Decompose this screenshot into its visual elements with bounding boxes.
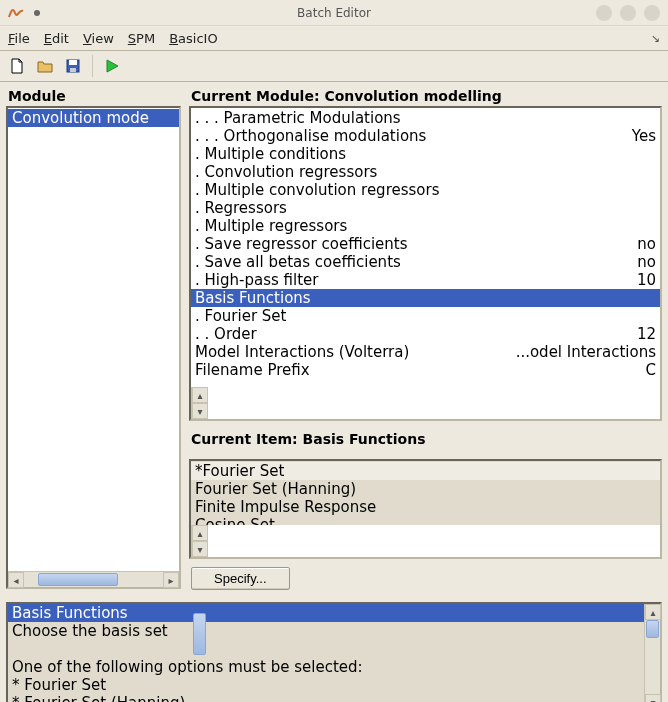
run-icon[interactable]	[101, 55, 123, 77]
params-row[interactable]: . . . Orthogonalise modulationsYes	[191, 127, 660, 145]
params-row-value	[648, 145, 656, 163]
help-title: Basis Functions	[8, 604, 644, 622]
modified-dot-icon	[34, 10, 40, 16]
title-bar: Batch Editor	[0, 0, 668, 26]
params-row-label: . Convolution regressors	[195, 163, 648, 181]
menu-basicio[interactable]: BasicIO	[169, 31, 218, 46]
params-row-value	[648, 199, 656, 217]
scroll-right-icon[interactable]: ▸	[163, 572, 179, 588]
params-row[interactable]: . Multiple conditions	[191, 145, 660, 163]
params-row-label: . Multiple conditions	[195, 145, 648, 163]
params-row-label: . Regressors	[195, 199, 648, 217]
params-row[interactable]: . Convolution regressors	[191, 163, 660, 181]
params-row-label: . Multiple regressors	[195, 217, 648, 235]
scroll-up-icon[interactable]: ▴	[192, 387, 208, 403]
params-row-label: . Fourier Set	[195, 307, 648, 325]
params-row[interactable]: . Save regressor coefficientsno	[191, 235, 660, 253]
help-line	[12, 640, 640, 658]
curitem-listbox[interactable]: *Fourier SetFourier Set (Hanning)Finite …	[189, 459, 662, 559]
curitem-panel-label: Current Item: Basis Functions	[189, 429, 662, 449]
params-row-value: ...odel Interactions	[508, 343, 656, 361]
params-row-label: . . . Orthogonalise modulations	[195, 127, 624, 145]
params-row-value: 10	[629, 271, 656, 289]
params-row-value	[648, 163, 656, 181]
open-file-icon[interactable]	[34, 55, 56, 77]
params-row[interactable]: Filename PrefixC	[191, 361, 660, 379]
scroll-down-icon[interactable]: ▾	[645, 694, 661, 702]
module-hscrollbar[interactable]: ◂ ▸	[8, 571, 179, 587]
maximize-button[interactable]	[620, 5, 636, 21]
help-line: One of the following options must be sel…	[12, 658, 640, 676]
params-row-label: . High-pass filter	[195, 271, 629, 289]
params-row-value	[648, 307, 656, 325]
specify-button[interactable]: Specify...	[191, 567, 290, 590]
params-row[interactable]: . . Order12	[191, 325, 660, 343]
window-buttons	[596, 5, 660, 21]
params-row-value: 12	[629, 325, 656, 343]
params-vscrollbar[interactable]: ▴ ▾	[191, 387, 207, 419]
params-row[interactable]: . Fourier Set	[191, 307, 660, 325]
close-button[interactable]	[644, 5, 660, 21]
params-row[interactable]: . Regressors	[191, 199, 660, 217]
curitem-vscrollbar[interactable]: ▴ ▾	[191, 525, 207, 557]
module-listbox[interactable]: Convolution mode ◂ ▸	[6, 106, 181, 589]
params-row[interactable]: . High-pass filter10	[191, 271, 660, 289]
params-row[interactable]: Model Interactions (Volterra)...odel Int…	[191, 343, 660, 361]
new-file-icon[interactable]	[6, 55, 28, 77]
params-listbox[interactable]: . . . Parametric Modulations. . . Orthog…	[189, 106, 662, 421]
svg-rect-1	[69, 60, 77, 65]
module-panel-label: Module	[6, 86, 181, 106]
scroll-up-icon[interactable]: ▴	[645, 604, 661, 620]
help-vscrollbar[interactable]: ▴ ▾	[644, 604, 660, 702]
params-row-value: Yes	[624, 127, 656, 145]
menu-edit[interactable]: Edit	[44, 31, 69, 46]
params-row-label: . . . Parametric Modulations	[195, 109, 648, 127]
help-line: Choose the basis set	[12, 622, 640, 640]
params-row-value	[648, 289, 656, 307]
app-icon	[8, 5, 24, 21]
scroll-up-icon[interactable]: ▴	[192, 525, 208, 541]
params-row-label: Basis Functions	[195, 289, 648, 307]
help-panel: Basis FunctionsChoose the basis set One …	[6, 602, 662, 702]
params-row-value: no	[629, 253, 656, 271]
module-item[interactable]: Convolution mode	[8, 109, 179, 127]
params-row-label: . Save regressor coefficients	[195, 235, 629, 253]
menu-spm[interactable]: SPM	[128, 31, 155, 46]
menu-view[interactable]: View	[83, 31, 114, 46]
params-row-label: . Multiple convolution regressors	[195, 181, 648, 199]
params-row-label: . Save all betas coefficients	[195, 253, 629, 271]
params-panel-label: Current Module: Convolution modelling	[189, 86, 662, 106]
params-row[interactable]: . Multiple convolution regressors	[191, 181, 660, 199]
params-row-value	[648, 109, 656, 127]
menu-bar: File Edit View SPM BasicIO ↘	[0, 26, 668, 50]
menu-overflow-icon[interactable]: ↘	[651, 32, 660, 45]
scroll-down-icon[interactable]: ▾	[192, 541, 208, 557]
help-line: * Fourier Set	[12, 676, 640, 694]
params-row-label: Model Interactions (Volterra)	[195, 343, 508, 361]
params-row[interactable]: . Multiple regressors	[191, 217, 660, 235]
params-row-value: no	[629, 235, 656, 253]
params-row-value	[648, 181, 656, 199]
params-row-label: . . Order	[195, 325, 629, 343]
window-title: Batch Editor	[297, 6, 371, 20]
params-row[interactable]: . Save all betas coefficientsno	[191, 253, 660, 271]
curitem-option[interactable]: Fourier Set (Hanning)	[191, 480, 660, 498]
params-row-value	[648, 217, 656, 235]
params-row-value: C	[638, 361, 656, 379]
params-row-label: Filename Prefix	[195, 361, 638, 379]
svg-rect-2	[70, 68, 76, 72]
save-file-icon[interactable]	[62, 55, 84, 77]
scroll-left-icon[interactable]: ◂	[8, 572, 24, 588]
scroll-down-icon[interactable]: ▾	[192, 403, 208, 419]
params-row[interactable]: . . . Parametric Modulations	[191, 109, 660, 127]
curitem-option[interactable]: *Fourier Set	[191, 462, 660, 480]
toolbar	[0, 51, 668, 81]
curitem-option[interactable]: Finite Impulse Response	[191, 498, 660, 516]
minimize-button[interactable]	[596, 5, 612, 21]
help-line: * Fourier Set (Hanning)	[12, 694, 640, 702]
curitem-option[interactable]: Cosine Set	[191, 516, 660, 525]
params-row[interactable]: Basis Functions	[191, 289, 660, 307]
menu-file[interactable]: File	[8, 31, 30, 46]
